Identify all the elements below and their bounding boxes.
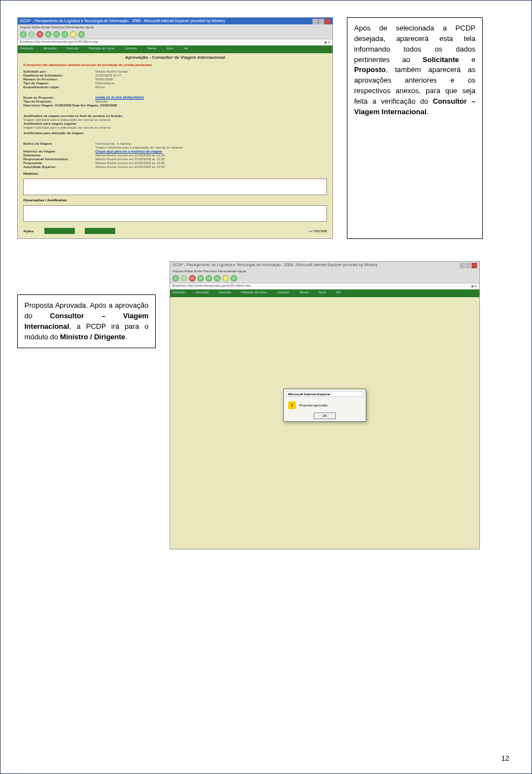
go-button[interactable]: ▶ Ir (472, 284, 477, 289)
nav-item[interactable]: Solicitação (172, 291, 186, 296)
nav-item[interactable]: Aprovação (196, 291, 209, 296)
warning-icon: ! (288, 401, 296, 409)
callout-text: e (459, 55, 475, 64)
field-value: 21/05/2008 10:17 (95, 74, 121, 77)
minimize-icon[interactable] (313, 19, 318, 24)
stop-icon[interactable] (189, 275, 196, 282)
search-icon[interactable] (214, 275, 221, 282)
favorites-icon[interactable] (222, 275, 229, 282)
nav-item[interactable]: Sair (183, 47, 188, 52)
forward-icon[interactable] (181, 275, 187, 282)
nav-tabs[interactable]: Solicitação Aprovação Execução Prestação… (18, 45, 332, 53)
nav-item[interactable]: Tabelas (147, 47, 156, 52)
search-icon[interactable] (62, 31, 68, 38)
proponent-info: Nome do Proposto:IVANILZA ALVES BERNARDE… (18, 94, 332, 109)
refresh-icon[interactable] (197, 275, 204, 282)
nav-item[interactable]: Prestação de Contas (241, 291, 267, 296)
justification-info: Justificativa da viagem ocorrida no fina… (18, 113, 332, 137)
back-icon[interactable] (172, 275, 179, 282)
window-title: SCDP - Planejamento de Logística e Tecno… (172, 263, 377, 267)
historico-textarea[interactable] (23, 179, 327, 195)
reject-button[interactable] (85, 228, 115, 234)
ok-button[interactable]: OK (314, 413, 336, 419)
field-value: Wanda Rocha Gomes em 21/05/2008 às 13:25 (95, 154, 165, 157)
forward-icon[interactable] (28, 31, 35, 38)
favorites-icon[interactable] (70, 31, 76, 38)
acoes-label: Ações: (23, 230, 34, 233)
field-label: Data/hora da Solicitação: (23, 74, 95, 77)
home-icon[interactable] (53, 31, 60, 38)
field-value: Wanda Rocha Gomes em 21/05/2008 às 13:25 (95, 157, 165, 161)
callout-bold: Proposto (354, 65, 386, 74)
nav-item[interactable]: Ajuda (319, 291, 326, 296)
nav-tabs[interactable]: Solicitação Aprovação Execução Prestação… (170, 289, 479, 297)
field-label: Proponente: (23, 161, 95, 165)
historico-label: Histórico: (18, 171, 332, 176)
screenshot-approval-form: SCDP - Planejamento de Logística e Tecno… (17, 17, 333, 239)
field-label: Motivo da Viagem: (23, 142, 95, 145)
approve-button[interactable] (44, 228, 75, 234)
nav-item[interactable]: Ajuda (166, 47, 173, 52)
callout-bold: Solicitante (423, 55, 459, 64)
field-label: Número do Processo: (23, 78, 95, 81)
window-controls (459, 263, 477, 267)
menu-bar[interactable]: Arquivo Editar Exibir Favoritos Ferramen… (18, 24, 332, 30)
window-controls (313, 19, 330, 23)
justif-alt-title: Justificativa para alteração da viagem: (23, 131, 84, 135)
justif-text: Viagem solicitada para a elaboração de m… (23, 126, 110, 129)
popup-body: ! Proposta aprovada. (286, 400, 364, 410)
history-link[interactable]: Clique aqui para ver o histórico da viag… (95, 150, 162, 153)
go-button[interactable]: ▶ Ir (325, 40, 330, 45)
field-value: Bônus (95, 85, 105, 89)
nav-item[interactable]: Aprovação (43, 47, 57, 52)
field-label: Enquadramento Legal: (23, 85, 95, 89)
nav-item[interactable]: Consultas (125, 47, 137, 52)
close-icon[interactable] (325, 19, 330, 24)
field-label: Nome do Proposto: (23, 96, 95, 99)
field-value: Wanda Rocha Gomes (95, 70, 128, 73)
nav-item[interactable]: Consultas (277, 291, 289, 296)
field-label: Responsável Administrativo: (23, 157, 95, 161)
callout-bold: Ministro / Dirigente (60, 333, 125, 341)
close-icon[interactable] (472, 263, 477, 268)
field-label: Tipo do Proposto: (23, 100, 95, 103)
address-bar: Endereço http://www.transportes.gov.br/P… (18, 39, 332, 45)
history-icon[interactable] (231, 275, 237, 282)
motivo-info: Motivo da Viagem:Internacional - A Servi… (18, 140, 332, 171)
request-info: Solicitado por:Wanda Rocha Gomes Data/ho… (18, 68, 332, 91)
field-value: Internacional - A Serviço (95, 142, 131, 145)
field-label: Tipo de Viagem: (23, 82, 95, 85)
nav-item[interactable]: Execução (219, 291, 231, 296)
nav-item[interactable]: Solicitação (20, 47, 33, 52)
refresh-icon[interactable] (45, 31, 52, 38)
field-label: Histórico da Viagem (23, 150, 95, 153)
toolbar (18, 30, 332, 39)
nav-item[interactable]: Sair (336, 291, 341, 296)
field-value: Viagem solicitada para a elaboração de m… (95, 146, 182, 149)
nav-item[interactable]: Tabelas (299, 291, 309, 296)
pending-notice: O proposto não apresentou nenhum process… (18, 62, 332, 68)
nav-item[interactable]: Prestação de Contas (89, 47, 115, 52)
justif-title: Justificativa da viagem ocorrida no fina… (23, 114, 123, 118)
history-icon[interactable] (78, 31, 85, 38)
obs-textarea[interactable] (23, 205, 327, 222)
popup-title: Microsoft Internet Explorer (286, 391, 364, 397)
back-button[interactable]: << VOLTAR (309, 230, 327, 233)
menu-bar[interactable]: Arquivo Editar Exibir Favoritos Ferramen… (170, 268, 479, 274)
obs-label: Observações / Justificativa: (18, 197, 332, 203)
justif-text: Viagem solicitada para a elaboração de m… (23, 118, 110, 121)
maximize-icon[interactable] (319, 19, 324, 24)
stop-icon[interactable] (37, 31, 43, 38)
nav-item[interactable]: Execução (66, 47, 79, 52)
home-icon[interactable] (206, 275, 212, 282)
window-title: SCDP - Planejamento de Logística e Tecno… (20, 19, 225, 23)
field-value-link[interactable]: IVANILZA ALVES BERNARDES (95, 96, 144, 99)
top-section: SCDP - Planejamento de Logística e Tecno… (17, 17, 515, 239)
field-value: 00001/2008 (95, 78, 113, 81)
field-value: Wanda Rocha Gomes em 21/05/2008 às 13:25 (95, 165, 165, 169)
maximize-icon[interactable] (466, 263, 471, 268)
address-text: Endereço http://www.transportes.gov.br/P… (20, 40, 99, 45)
back-icon[interactable] (20, 31, 27, 38)
minimize-icon[interactable] (459, 263, 465, 268)
justif-urg-title: Justificativa para viagem urgente: (23, 122, 77, 125)
